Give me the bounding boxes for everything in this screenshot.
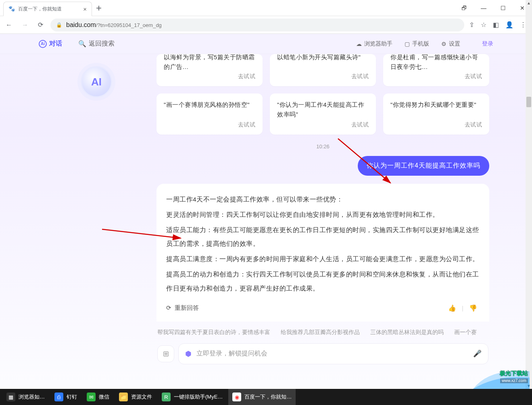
prompt-card[interactable]: "你觉得努力和天赋哪个更重要"去试试 (383, 93, 489, 135)
mobile-link[interactable]: ▢手机版 (405, 40, 429, 48)
try-button[interactable]: 去试试 (351, 72, 369, 81)
tab-title: 百度一下，你就知道 (18, 6, 80, 12)
chat-input[interactable]: ⬢ 立即登录，解锁提问机会 🎤 (178, 343, 488, 364)
cloud-icon: ☁ (356, 41, 362, 47)
back-button[interactable]: ← (3, 19, 15, 31)
ai-logo-icon: Ai (39, 40, 47, 48)
settings-link[interactable]: ⚙设置 (441, 40, 460, 48)
input-bar: ⊞ ⬢ 立即登录，解锁提问机会 🎤 (156, 343, 489, 367)
mobile-icon: ▢ (405, 41, 410, 47)
suggestion-chip[interactable]: 三体的黑暗丛林法则是真的吗 (370, 329, 444, 336)
watermark-title: 极光下载站 (500, 370, 528, 376)
prompt-card[interactable]: "你认为一周工作4天能提高工作效率吗"去试试 (270, 93, 376, 135)
scroll-thumb[interactable] (526, 97, 531, 107)
login-link[interactable]: 登录 (482, 40, 493, 48)
maximize-button[interactable]: ☐ (493, 0, 513, 16)
thumbs-up-button[interactable]: 👍 (446, 303, 459, 314)
regenerate-button[interactable]: 重新回答 (175, 304, 199, 312)
url-text: baidu.com/?tn=62095104_17_oem_dg (66, 21, 162, 29)
refresh-icon[interactable]: ⟳ (166, 304, 171, 312)
profile-icon[interactable]: 👤 (505, 21, 513, 29)
browser-titlebar: 🐾 百度一下，你就知道 × + 🗗 — ☐ ✕ (0, 0, 532, 16)
prompt-card[interactable]: 你是杜甫，写一篇感慨快递小哥日夜辛劳七…去试试 (383, 54, 489, 86)
restore-down-button[interactable]: 🗗 (455, 0, 474, 16)
address-bar[interactable]: 🔒 baidu.com/?tn=62095104_17_oem_dg (50, 19, 464, 31)
search-icon: 🔍 (78, 40, 86, 48)
suggestion-cards-row2: "画一个赛博朋克风格的孙悟空"去试试 "你认为一周工作4天能提高工作效率吗"去试… (156, 93, 489, 135)
suggestion-chips: 帮我写四篇有关于夏日表白的诗，要情感丰富 给我推荐几部豆瓣高分影视作品 三体的黑… (156, 322, 489, 343)
browser-toolbar: ← → ⟳ 🔒 baidu.com/?tn=62095104_17_oem_dg… (0, 16, 532, 34)
main-column: 以海鲜为背景，写5篇关于防晒霜的广告…去试试 以蜡笔小新为开头写篇藏头诗"去试试… (156, 54, 532, 386)
minimize-button[interactable]: — (474, 0, 493, 16)
thumbs-down-button[interactable]: 👎 (467, 303, 480, 314)
chat-tab[interactable]: Ai 对话 (39, 39, 62, 48)
taskbar-item[interactable]: ▦浏览器如… (2, 389, 49, 405)
bookmark-icon[interactable]: ☆ (481, 21, 486, 29)
prompt-card[interactable]: 以蜡笔小新为开头写篇藏头诗"去试试 (270, 54, 376, 86)
try-button[interactable]: 去试试 (238, 72, 256, 81)
scroll-up-icon[interactable]: ▲ (526, 1, 532, 5)
chat-input-placeholder: 立即登录，解锁提问机会 (196, 349, 267, 358)
back-to-search[interactable]: 🔍 返回搜索 (78, 39, 115, 48)
mic-icon[interactable]: 🎤 (473, 349, 482, 358)
taskbar-item[interactable]: R一键排版助手(MyE… (158, 389, 227, 405)
prompt-card[interactable]: 以海鲜为背景，写5篇关于防晒霜的广告…去试试 (156, 54, 263, 86)
side-panel-icon[interactable]: ◧ (493, 21, 499, 29)
timestamp: 10:26 (156, 143, 489, 150)
cube-icon: ⬢ (185, 349, 192, 358)
try-button[interactable]: 去试试 (465, 72, 482, 81)
baidu-header: Ai 对话 🔍 返回搜索 ☁浏览器助手 ▢手机版 ⚙设置 登录 (0, 34, 532, 54)
reload-button[interactable]: ⟳ (35, 19, 46, 31)
chat-tab-label: 对话 (49, 39, 62, 48)
new-tab-button[interactable]: + (96, 2, 102, 14)
page-body: AI 以海鲜为背景，写5篇关于防晒霜的广告…去试试 以蜡笔小新为开头写篇藏头诗"… (0, 54, 532, 386)
taskbar-item[interactable]: 📁资源文件 (115, 389, 156, 405)
window-scrollbar[interactable]: ▲ ▼ (526, 0, 532, 389)
try-button[interactable]: 去试试 (238, 120, 256, 129)
watermark: 极光下载站 www.xz7.com (473, 368, 530, 389)
share-icon[interactable]: ⇪ (469, 21, 474, 29)
lock-icon: 🔒 (56, 22, 62, 28)
sidebar: AI (36, 54, 156, 386)
try-button[interactable]: 去试试 (351, 120, 369, 129)
ai-avatar: AI (81, 66, 112, 98)
forward-button[interactable]: → (19, 19, 31, 31)
ai-message: 一周工作4天不一定会提高工作效率，但可以带来一些优势： 更灵活的时间管理：四天工… (156, 184, 489, 301)
try-button[interactable]: 去试试 (465, 120, 482, 129)
gear-icon: ⚙ (441, 41, 446, 47)
taskbar-item[interactable]: ⎙钉钉 (50, 389, 81, 405)
suggestion-chip[interactable]: 画一个赛 (454, 329, 477, 336)
windows-taskbar: ▦浏览器如… ⎙钉钉 ✉微信 📁资源文件 R一键排版助手(MyE… ◉百度一下，… (0, 389, 532, 405)
history-button[interactable]: ⊞ (157, 345, 174, 362)
user-message: 你认为一周工作4天能提高工作效率吗 (358, 156, 489, 176)
suggestion-cards-row1: 以海鲜为背景，写5篇关于防晒霜的广告…去试试 以蜡笔小新为开头写篇藏头诗"去试试… (156, 54, 489, 86)
message-footer: ⟳ 重新回答 👍 | 👎 (156, 301, 489, 322)
back-to-search-label: 返回搜索 (89, 39, 115, 48)
suggestion-chip[interactable]: 帮我写四篇有关于夏日表白的诗，要情感丰富 (157, 329, 270, 336)
watermark-url: www.xz7.com (500, 378, 528, 383)
tab-close-icon[interactable]: × (83, 6, 87, 12)
window-controls: 🗗 — ☐ ✕ (455, 0, 532, 16)
taskbar-item[interactable]: ◉百度一下，你就知… (228, 389, 296, 405)
prompt-card[interactable]: "画一个赛博朋克风格的孙悟空"去试试 (156, 93, 263, 135)
taskbar-item[interactable]: ✉微信 (83, 389, 113, 405)
browser-helper-link[interactable]: ☁浏览器助手 (356, 40, 392, 48)
baidu-favicon-icon: 🐾 (8, 6, 15, 12)
suggestion-chip[interactable]: 给我推荐几部豆瓣高分影视作品 (281, 329, 360, 336)
browser-tab[interactable]: 🐾 百度一下，你就知道 × (3, 2, 92, 16)
